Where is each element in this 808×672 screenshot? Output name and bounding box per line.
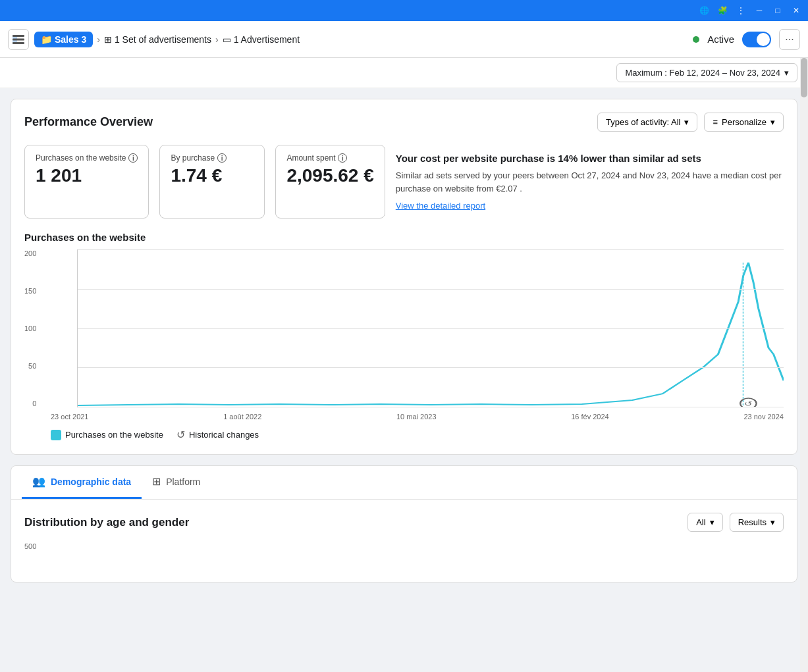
stat-amount-label: Amount spent i (286, 153, 373, 163)
translate-icon[interactable]: 🌐 (697, 4, 711, 17)
maximize-icon[interactable]: □ (771, 4, 784, 17)
demographic-card: 👥 Demographic data ⊞ Platform Distributi… (11, 465, 797, 582)
sidebar-toggle-button[interactable] (8, 29, 29, 50)
breadcrumb-adset-label: 1 Set of advertisements (115, 34, 211, 45)
status-label: Active (707, 34, 734, 45)
close-icon[interactable]: ✕ (790, 4, 803, 17)
age-gender-filter-label: All (696, 517, 705, 527)
demographic-content: Distribution by age and gender All ▾ Res… (11, 500, 797, 582)
info-icon-amount[interactable]: i (338, 153, 347, 163)
insight-box: Your cost per website purchase is 14% lo… (396, 145, 784, 219)
breadcrumb-sep-2: › (215, 34, 219, 45)
folder-icon: 📁 (41, 34, 52, 45)
chart-title: Purchases on the website (24, 232, 784, 243)
nav-right: Active ··· (693, 29, 800, 50)
perf-title: Performance Overview (24, 115, 153, 129)
info-icon-purchases[interactable]: i (128, 153, 138, 163)
perf-actions: Types of activity: All ▾ ≡ Personalize ▾ (597, 113, 784, 132)
legend-historical-label: Historical changes (189, 430, 259, 440)
demo-filters: All ▾ Results ▾ (687, 513, 784, 532)
scroll-thumb[interactable] (801, 58, 807, 97)
stats-row: Purchases on the website i 1 201 By purc… (24, 145, 784, 219)
demographic-tabs: 👥 Demographic data ⊞ Platform (11, 466, 797, 500)
more-icon[interactable]: ⋮ (734, 4, 747, 17)
breadcrumb-adset[interactable]: ⊞ 1 Set of advertisements (104, 34, 211, 45)
more-options-button[interactable]: ··· (779, 29, 800, 50)
stat-amount-spent: Amount spent i 2,095.62 € (275, 145, 385, 219)
breadcrumb-sales3-label: Sales 3 (55, 34, 86, 45)
minimize-icon[interactable]: ─ (753, 4, 766, 17)
view-report-link[interactable]: View the detailed report (396, 201, 485, 211)
perf-header: Performance Overview Types of activity: … (24, 113, 784, 132)
results-filter[interactable]: Results ▾ (730, 513, 784, 532)
personalize-label: Personalize (722, 117, 767, 127)
chevron-down-icon: ▾ (770, 117, 775, 127)
legend-purchases: Purchases on the website (51, 430, 163, 440)
stat-by-purchase-value: 1.74 € (171, 165, 254, 186)
chart-section: Purchases on the website 200 150 100 50 … (24, 232, 784, 441)
puzzle-icon[interactable]: 🧩 (716, 4, 729, 17)
svg-rect-3 (13, 42, 24, 44)
chevron-down-icon: ▾ (770, 517, 775, 527)
breadcrumb-sales3[interactable]: 📁 Sales 3 (34, 32, 93, 47)
breadcrumb-sep-1: › (97, 34, 100, 45)
grid-icon: ⊞ (104, 34, 112, 45)
svg-rect-1 (13, 35, 24, 37)
date-range-label: Maximum : Feb 12, 2024 – Nov 23, 2024 (625, 68, 780, 78)
stat-purchases-value: 1 201 (36, 165, 138, 186)
tab-platform-label: Platform (166, 477, 200, 487)
scrollbar[interactable] (800, 58, 808, 593)
chart-container: ↺ (77, 249, 784, 407)
personalize-button[interactable]: ≡ Personalize ▾ (704, 113, 784, 132)
tab-platform[interactable]: ⊞ Platform (142, 466, 211, 499)
insight-body: Similar ad sets served by your peers bet… (396, 169, 784, 195)
stat-purchases: Purchases on the website i 1 201 (24, 145, 149, 219)
active-toggle[interactable] (742, 32, 771, 47)
legend-historical: ↺ Historical changes (176, 428, 259, 441)
main-content: Performance Overview Types of activity: … (0, 88, 808, 593)
demographic-content-header: Distribution by age and gender All ▾ Res… (24, 513, 784, 532)
platform-icon: ⊞ (152, 475, 161, 488)
x-axis: 23 oct 2021 1 août 2022 10 mai 2023 16 f… (51, 413, 784, 421)
breadcrumb: 📁 Sales 3 › ⊞ 1 Set of advertisements › … (34, 32, 300, 47)
people-icon: 👥 (32, 475, 45, 488)
stat-purchases-label: Purchases on the website i (36, 153, 138, 163)
demo-content-title: Distribution by age and gender (24, 516, 189, 529)
tab-demographic-label: Demographic data (51, 477, 131, 487)
filter-icon: ≡ (713, 117, 718, 127)
age-gender-filter[interactable]: All ▾ (687, 513, 722, 532)
y-axis: 200 150 100 50 0 (24, 249, 39, 407)
ad-icon: ▭ (223, 34, 231, 45)
historical-icon: ↺ (176, 428, 185, 441)
date-range-bar: Maximum : Feb 12, 2024 – Nov 23, 2024 ▾ (0, 58, 808, 88)
info-icon-by-purchase[interactable]: i (217, 153, 227, 163)
chevron-down-icon: ▾ (684, 117, 689, 127)
breadcrumb-ad-label: 1 Advertisement (234, 34, 300, 45)
stat-by-purchase: By purchase i 1.74 € (159, 145, 265, 219)
chevron-down-icon: ▾ (784, 68, 789, 78)
legend-purchases-label: Purchases on the website (65, 430, 163, 440)
activity-filter-label: Types of activity: All (606, 117, 680, 127)
chart-legend: Purchases on the website ↺ Historical ch… (51, 428, 784, 441)
svg-text:↺: ↺ (744, 400, 753, 407)
stat-amount-value: 2,095.62 € (286, 165, 373, 186)
results-filter-label: Results (738, 517, 767, 527)
chevron-down-icon: ▾ (710, 517, 714, 527)
legend-purchases-color (51, 430, 61, 440)
title-bar: 🌐 🧩 ⋮ ─ □ ✕ (0, 0, 808, 21)
activity-filter-button[interactable]: Types of activity: All ▾ (597, 113, 697, 132)
insight-title: Your cost per website purchase is 14% lo… (396, 153, 784, 164)
status-indicator (693, 36, 699, 43)
breadcrumb-ad[interactable]: ▭ 1 Advertisement (223, 34, 300, 45)
nav-bar: 📁 Sales 3 › ⊞ 1 Set of advertisements › … (0, 21, 808, 58)
stat-by-purchase-label: By purchase i (171, 153, 254, 163)
svg-rect-2 (13, 38, 24, 40)
date-range-picker[interactable]: Maximum : Feb 12, 2024 – Nov 23, 2024 ▾ (616, 63, 797, 82)
performance-card: Performance Overview Types of activity: … (11, 99, 797, 455)
y-axis-500: 500 (24, 542, 36, 550)
tab-demographic-data[interactable]: 👥 Demographic data (22, 466, 142, 499)
